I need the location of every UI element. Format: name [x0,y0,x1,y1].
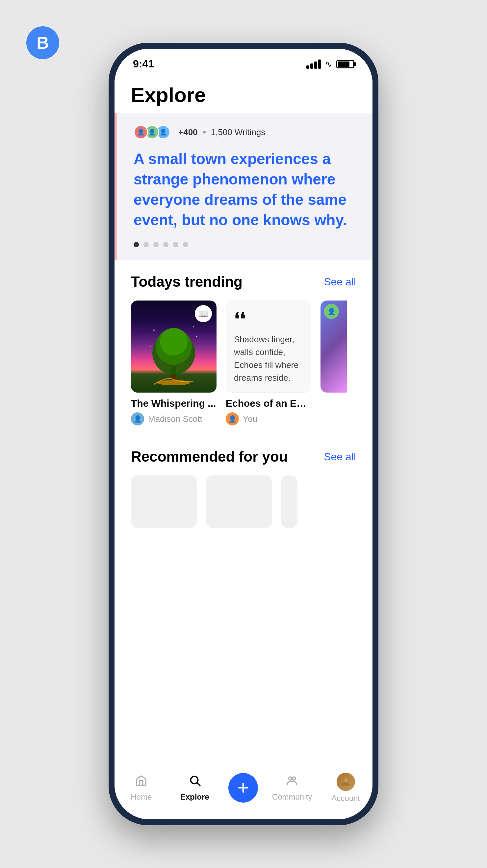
b-button[interactable]: B [26,26,59,59]
card-dots [134,242,356,247]
status-icons: ∿ [306,59,354,69]
trending-card-author-2: 👤 You [226,412,311,426]
trending-section: Todays trending See all [115,260,372,435]
svg-point-4 [160,328,188,355]
svg-point-9 [150,346,151,347]
status-bar: 9:41 ∿ [115,49,372,73]
svg-point-15 [292,777,296,780]
svg-line-11 [197,783,200,786]
svg-point-6 [193,327,194,328]
nav-home-label: Home [131,793,152,802]
trending-card-name-2: Echoes of an Em... [226,398,311,409]
recommended-see-all[interactable]: See all [324,451,356,463]
dot-2[interactable] [143,242,149,247]
trending-card-3[interactable]: 👤 [320,301,347,426]
trending-section-header: Todays trending See all [131,274,356,290]
trending-card-1[interactable]: 📖 The Whispering ... 👤 Madison Scott [131,301,217,426]
nav-community-label: Community [272,793,312,802]
status-time: 9:41 [133,58,154,70]
phone-frame: 9:41 ∿ Explo [109,43,378,825]
trending-card-author-1: 👤 Madison Scott [131,412,217,426]
community-icon [285,774,298,790]
quote-mark: ❛❛ [234,311,303,328]
main-content[interactable]: Explore 👤 👤 👤 +400 1,500 Writings [115,73,372,766]
svg-point-14 [289,777,292,780]
nav-explore-label: Explore [180,793,209,802]
nav-home[interactable]: Home [121,774,161,802]
svg-point-16 [344,778,347,782]
account-avatar-icon [337,773,355,791]
nav-explore[interactable]: Explore [175,774,214,802]
book-icon: 📖 [195,305,212,322]
recommended-section: Recommended for you See all [115,435,372,538]
svg-point-8 [196,336,197,337]
recommended-section-header: Recommended for you See all [131,448,356,465]
quote-text: Shadows linger, walls confide, Echoes fi… [234,333,303,384]
svg-point-1 [157,380,190,385]
trending-scroll[interactable]: 📖 The Whispering ... 👤 Madison Scott [131,301,356,429]
svg-point-5 [153,330,155,331]
battery-icon [336,60,354,68]
trending-see-all[interactable]: See all [324,276,356,288]
rec-card-1[interactable] [131,475,197,528]
phone-screen: 9:41 ∿ Explo [115,49,372,819]
feature-card[interactable]: 👤 👤 👤 +400 1,500 Writings A small town e… [115,113,372,260]
trending-card-name-1: The Whispering ... [131,398,217,409]
trending-card-image-1: 📖 [131,301,217,393]
recommended-cards [131,475,356,531]
page-title: Explore [131,83,356,106]
wifi-icon: ∿ [325,59,332,69]
feature-card-meta: 👤 👤 👤 +400 1,500 Writings [134,125,356,140]
avatar-count: +400 [178,127,198,137]
nav-community[interactable]: Community [272,774,312,802]
recommended-title: Recommended for you [131,448,288,465]
tree-image: 📖 [131,301,217,393]
author-avatar-3: 👤 [324,304,339,319]
trending-card-2[interactable]: ❛❛ Shadows linger, walls confide, Echoes… [226,301,311,426]
dot-4[interactable] [163,242,169,247]
page-wrapper: B 9:41 ∿ [0,0,487,868]
dot-3[interactable] [153,242,159,247]
quote-card-2: ❛❛ Shadows linger, walls confide, Echoes… [226,301,311,393]
nav-account[interactable]: Account [326,773,366,803]
bottom-nav: Home Explore [115,766,372,819]
dot-1[interactable] [134,242,139,247]
home-icon [135,774,147,790]
bottom-spacer [115,538,372,551]
rec-card-3[interactable] [281,475,297,528]
avatar-1: 👤 [134,125,148,140]
page-header: Explore [115,73,372,113]
nav-plus-button[interactable] [228,773,258,803]
author-name-2: You [243,414,257,424]
author-avatar-1: 👤 [131,412,144,426]
meta-dot [203,131,206,133]
author-name-1: Madison Scott [148,414,202,424]
avatars-group: 👤 👤 👤 [134,125,167,140]
rec-card-2[interactable] [206,475,272,528]
dot-6[interactable] [183,242,188,247]
writings-count: 1,500 Writings [211,127,265,137]
dot-5[interactable] [173,242,178,247]
partial-image: 👤 [320,301,347,393]
search-icon [189,774,201,790]
signal-icon [306,60,321,69]
nav-account-label: Account [332,794,360,803]
author-avatar-2: 👤 [226,412,239,426]
svg-point-7 [157,340,157,340]
feature-card-title: A small town experiences a strange pheno… [134,149,356,230]
tree-svg [147,320,200,386]
b-button-label: B [36,33,49,53]
trending-title: Todays trending [131,274,242,290]
